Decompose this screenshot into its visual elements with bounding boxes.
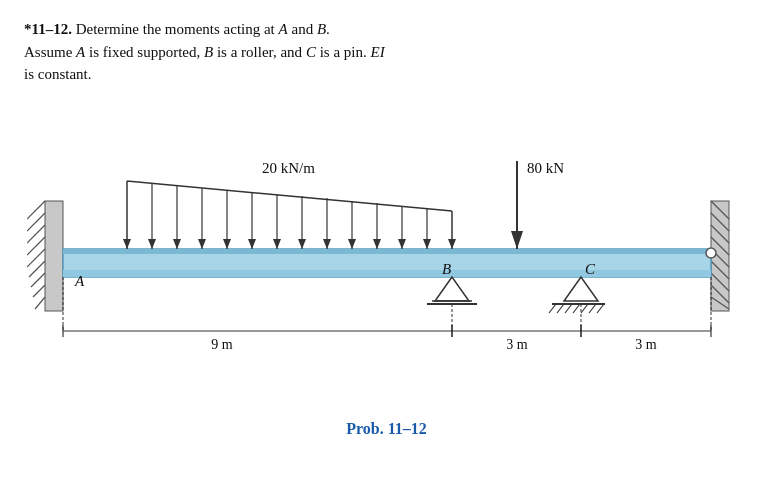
svg-marker-57 xyxy=(198,239,206,249)
svg-marker-59 xyxy=(173,239,181,249)
page: *11–12. Determine the moments acting at … xyxy=(0,0,773,502)
svg-marker-65 xyxy=(511,231,523,249)
svg-marker-43 xyxy=(373,239,381,249)
label-B: B xyxy=(442,261,451,277)
svg-marker-47 xyxy=(323,239,331,249)
svg-line-31 xyxy=(573,304,580,313)
svg-line-9 xyxy=(35,297,45,309)
svg-marker-53 xyxy=(248,239,256,249)
prob-label: Prob. 11–12 xyxy=(24,420,749,438)
distributed-load-label: 20 kN/m xyxy=(262,160,315,176)
svg-point-79 xyxy=(706,248,716,258)
svg-marker-55 xyxy=(223,239,231,249)
svg-marker-49 xyxy=(298,239,306,249)
dim1-label: 9 m xyxy=(211,337,233,352)
label-A: A xyxy=(74,273,85,289)
description-line3: is constant. xyxy=(24,66,92,82)
svg-marker-26 xyxy=(564,277,598,301)
svg-line-29 xyxy=(557,304,564,313)
svg-line-32 xyxy=(581,304,588,313)
description-line2: Assume A is fixed supported, B is a roll… xyxy=(24,44,385,60)
svg-line-34 xyxy=(597,304,604,313)
svg-marker-45 xyxy=(348,239,356,249)
dim2-label: 3 m xyxy=(506,337,528,352)
svg-marker-61 xyxy=(148,239,156,249)
diagram-svg: 20 kN/m 80 kN 9 m 3 m 3 m xyxy=(27,96,747,416)
svg-marker-63 xyxy=(123,239,131,249)
svg-line-7 xyxy=(31,273,45,287)
diagram-area: 20 kN/m 80 kN 9 m 3 m 3 m xyxy=(27,96,747,416)
svg-line-33 xyxy=(589,304,596,313)
svg-line-28 xyxy=(549,304,556,313)
svg-marker-39 xyxy=(423,239,431,249)
svg-marker-51 xyxy=(273,239,281,249)
svg-rect-0 xyxy=(45,201,63,311)
svg-marker-23 xyxy=(435,277,469,301)
svg-marker-41 xyxy=(398,239,406,249)
svg-line-35 xyxy=(127,181,452,211)
svg-line-30 xyxy=(565,304,572,313)
dim3-label: 3 m xyxy=(635,337,657,352)
svg-rect-21 xyxy=(63,249,711,254)
problem-number: *11–12. xyxy=(24,21,72,37)
point-load-label: 80 kN xyxy=(527,160,564,176)
label-C: C xyxy=(585,261,596,277)
svg-line-8 xyxy=(33,285,45,297)
svg-marker-37 xyxy=(448,239,456,249)
svg-rect-22 xyxy=(63,270,711,277)
description-line1: Determine the moments acting at A and B. xyxy=(76,21,330,37)
problem-text: *11–12. Determine the moments acting at … xyxy=(24,18,744,86)
